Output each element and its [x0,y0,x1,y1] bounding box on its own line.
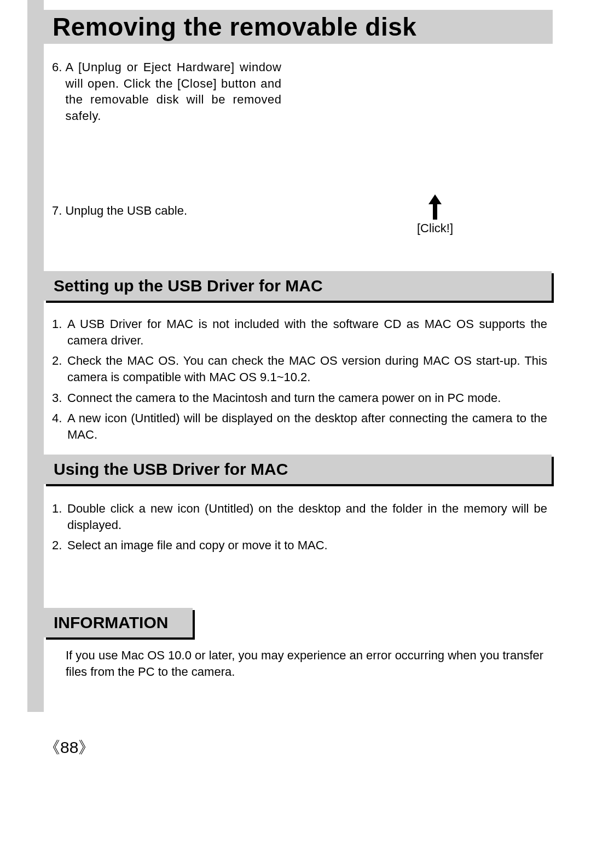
list-item: Select an image file and copy or move it… [52,537,547,554]
click-label: [Click!] [416,221,454,235]
list-item: Check the MAC OS. You can check the MAC … [52,353,547,385]
section-bar-using: Using the USB Driver for MAC [44,455,552,484]
step-7: 7. Unplug the USB cable. [52,203,326,219]
page: Removing the removable disk 6. A [Unplug… [0,0,591,868]
section-bar-setup: Setting up the USB Driver for MAC [44,271,552,301]
arrow-up-icon [428,194,442,220]
info-text: If you use Mac OS 10.0 or later, you may… [66,647,547,680]
step-6-number: 6. [52,59,62,76]
section-title-using: Using the USB Driver for MAC [44,455,552,484]
step-6-text: A [Unplug or Eject Hardware] window will… [65,59,281,124]
page-title: Removing the removable disk [53,12,416,42]
page-number: 《88》 [44,737,95,759]
click-indicator: [Click!] [416,194,454,235]
section-bar-info: INFORMATION [44,608,193,637]
page-number-value: 88 [60,738,78,756]
svg-marker-0 [428,194,442,220]
list-item: A USB Driver for MAC is not included wit… [52,316,547,348]
setup-list: A USB Driver for MAC is not included wit… [52,316,547,447]
section-title-setup: Setting up the USB Driver for MAC [44,271,552,301]
left-margin-strip [27,0,44,712]
list-item: A new icon (Untitled) will be displayed … [52,410,547,442]
step-6: 6. A [Unplug or Eject Hardware] window w… [52,59,287,124]
list-item: Double click a new icon (Untitled) on th… [52,501,547,533]
section-title-info: INFORMATION [44,608,193,637]
using-list: Double click a new icon (Untitled) on th… [52,501,547,558]
list-item: Connect the camera to the Macintosh and … [52,390,547,406]
